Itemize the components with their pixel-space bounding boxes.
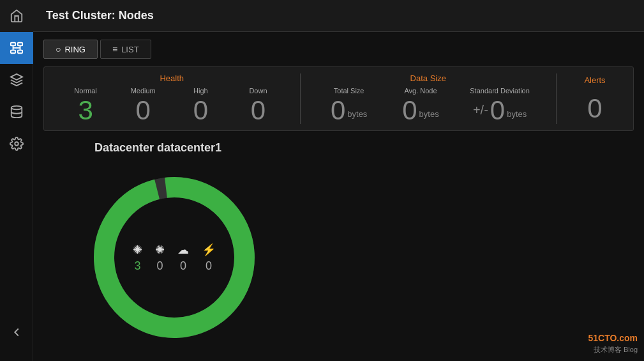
ring-tab-label: RING: [64, 45, 86, 54]
ring-value-3: 0: [206, 259, 212, 273]
ring-value-1: 0: [156, 259, 163, 273]
watermark-subtitle: 技术博客 Blog: [588, 345, 638, 355]
sun-icon-0: ✺: [133, 243, 142, 257]
std-dev-value: 0: [490, 97, 505, 124]
svg-rect-0: [10, 43, 15, 46]
ring-icons: ✺ 3 ✺ 0 ☁ 0 ⚡ 0: [133, 243, 216, 273]
home-icon: [10, 9, 24, 23]
database-icon: [10, 105, 24, 119]
ring-icon-col-3: ⚡ 0: [202, 243, 216, 273]
page-title: Test Cluster: Nodes: [46, 9, 154, 22]
down-label: Down: [249, 87, 267, 95]
total-size-label: Total Size: [334, 87, 364, 95]
svg-marker-7: [10, 74, 22, 80]
nodes-title: Nodes: [119, 9, 154, 22]
total-size-value-group: 0 bytes: [331, 97, 367, 124]
avg-node-value: 0: [402, 97, 417, 124]
total-size-value: 0: [331, 97, 345, 124]
ring-value-2: 0: [180, 259, 186, 273]
page-content: ○ RING ≡ LIST Health Normal 3 Medium: [33, 32, 644, 361]
stat-total-size: Total Size 0 bytes: [327, 87, 371, 124]
alerts-value: 0: [587, 95, 602, 122]
data-size-title: Data Size: [313, 73, 544, 83]
stats-panel: Health Normal 3 Medium 0 High 0: [43, 66, 634, 131]
sidebar-item-home[interactable]: [0, 0, 33, 32]
ring-value-0: 3: [134, 259, 140, 273]
page-header: Test Cluster: Nodes: [33, 0, 644, 32]
medium-value: 0: [136, 97, 151, 124]
layers-icon: [10, 73, 24, 87]
sidebar-item-layers[interactable]: [0, 64, 33, 96]
ring-inner-content: ✺ 3 ✺ 0 ☁ 0 ⚡ 0: [133, 243, 216, 273]
sidebar-collapse-button[interactable]: [0, 316, 33, 348]
svg-point-8: [11, 106, 22, 110]
total-size-unit: bytes: [347, 109, 367, 119]
medium-label: Medium: [131, 87, 156, 95]
main-content: Test Cluster: Nodes ○ RING ≡ LIST Health…: [33, 0, 644, 361]
ring-section: Datacenter datacenter1 ✺ 3: [43, 141, 634, 350]
list-tab-icon: ≡: [112, 44, 117, 54]
svg-rect-1: [17, 43, 22, 46]
sidebar-item-nodes[interactable]: [0, 32, 33, 64]
cluster-label: Test Cluster:: [46, 9, 119, 22]
tab-list[interactable]: ≡ LIST: [100, 40, 151, 59]
sidebar-item-database[interactable]: [0, 96, 33, 128]
alerts-section: Alerts 0: [569, 73, 620, 124]
stat-std-dev: Standard Deviation +/- 0 bytes: [470, 87, 530, 124]
view-tabs: ○ RING ≡ LIST: [43, 40, 634, 59]
stat-medium: Medium 0: [121, 87, 165, 124]
sidebar-item-settings[interactable]: [0, 128, 33, 160]
avg-node-unit: bytes: [419, 109, 439, 119]
divider-2: [556, 73, 557, 124]
watermark-site: 51CTO.com: [588, 332, 638, 345]
alerts-title: Alerts: [584, 75, 605, 85]
list-tab-label: LIST: [121, 45, 139, 54]
svg-rect-2: [10, 50, 15, 54]
divider-1: [300, 73, 301, 124]
datacenter-title: Datacenter datacenter1: [94, 141, 221, 155]
stat-normal: Normal 3: [63, 87, 108, 124]
ring-icon-col-0: ✺ 3: [133, 243, 142, 273]
sidebar: [0, 0, 33, 361]
avg-node-value-group: 0 bytes: [402, 97, 438, 124]
avg-node-label: Avg. Node: [404, 87, 437, 95]
normal-label: Normal: [74, 87, 96, 95]
health-title: Health: [57, 73, 287, 83]
ring-diagram: ✺ 3 ✺ 0 ☁ 0 ⚡ 0: [82, 165, 267, 350]
data-size-section: Data Size Total Size 0 bytes Avg. Node 0: [313, 73, 544, 124]
ring-tab-icon: ○: [56, 44, 61, 54]
std-dev-unit: bytes: [507, 109, 527, 119]
bolt-icon: ⚡: [202, 243, 216, 257]
svg-rect-3: [17, 50, 22, 54]
high-label: High: [193, 87, 208, 95]
data-size-columns: Total Size 0 bytes Avg. Node 0 bytes: [313, 87, 544, 124]
nodes-icon: [10, 41, 24, 55]
stat-avg-node: Avg. Node 0 bytes: [398, 87, 443, 124]
health-columns: Normal 3 Medium 0 High 0 Down 0: [57, 87, 287, 124]
std-dev-value-group: +/- 0 bytes: [473, 97, 527, 124]
health-section: Health Normal 3 Medium 0 High 0: [57, 73, 287, 124]
settings-icon: [10, 137, 24, 151]
normal-value: 3: [78, 97, 93, 124]
svg-point-9: [15, 142, 19, 146]
std-dev-label: Standard Deviation: [470, 87, 530, 95]
chevron-left-icon: [10, 325, 24, 339]
stat-high: High 0: [178, 87, 223, 124]
std-dev-prefix: +/-: [473, 103, 488, 118]
ring-icon-col-1: ✺ 0: [155, 243, 165, 273]
down-value: 0: [251, 97, 266, 124]
cloud-icon: ☁: [177, 243, 189, 257]
stat-down: Down 0: [236, 87, 280, 124]
ring-icon-col-2: ☁ 0: [177, 243, 189, 273]
watermark: 51CTO.com 技术博客 Blog: [588, 332, 638, 355]
tab-ring[interactable]: ○ RING: [43, 40, 98, 59]
high-value: 0: [193, 97, 208, 124]
sun-icon-1: ✺: [155, 243, 165, 257]
